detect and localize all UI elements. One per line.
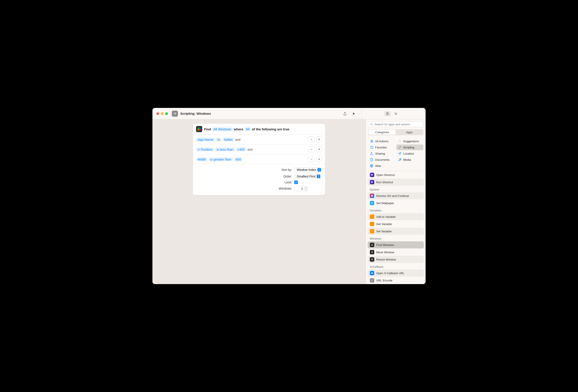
action-set-variable[interactable]: xSet Variable <box>368 228 424 235</box>
action-label: Set Variable <box>376 230 392 233</box>
add-filter-button[interactable]: + <box>316 156 322 162</box>
action-icon <box>370 257 374 262</box>
action-resize-window[interactable]: Resize Window <box>368 256 424 263</box>
category-grid: All ActionsSuggestionsFavoritesScripting… <box>366 137 426 171</box>
action-url-encode[interactable]: URL Encode <box>368 277 424 284</box>
stepper-down[interactable]: ▼ <box>304 189 308 191</box>
search-input[interactable] <box>375 123 421 126</box>
remove-filter-button[interactable]: − <box>309 137 314 142</box>
svg-rect-26 <box>371 258 373 260</box>
category-location[interactable]: Location <box>396 151 424 156</box>
svg-text:x: x <box>371 223 373 225</box>
chevron-updown-icon <box>317 168 321 172</box>
minimize-button[interactable] <box>161 112 163 115</box>
svg-rect-10 <box>370 141 371 141</box>
filter-row: App Name is Safari and − + <box>193 135 325 145</box>
action-icon: x <box>370 222 374 226</box>
category-favorites[interactable]: Favorites <box>368 145 395 150</box>
action-icon <box>370 201 374 205</box>
filter-field-token[interactable]: X Position <box>196 147 214 151</box>
filter-connector: and <box>247 148 252 151</box>
action-label: Set Wallpaper <box>376 201 394 205</box>
run-button[interactable] <box>350 110 357 117</box>
category-documents[interactable]: Documents <box>368 157 395 162</box>
header-suffix: of the following are true <box>252 127 289 131</box>
action-run-shortcut[interactable]: Run Shortcut <box>368 179 424 186</box>
filter-connector: and <box>235 138 240 141</box>
action-find-windows[interactable]: Find Windows <box>368 241 424 248</box>
sort-by-label: Sort by: <box>233 168 292 172</box>
filter-value-token[interactable]: 1400 <box>236 147 246 151</box>
category-suggestions[interactable]: Suggestions <box>396 138 424 144</box>
category-media[interactable]: Media <box>396 157 424 162</box>
search-icon <box>370 123 373 126</box>
action-move-window[interactable]: Move Window <box>368 249 424 256</box>
tab-categories[interactable]: Categories <box>369 130 396 135</box>
add-filter-button[interactable]: + <box>316 147 322 152</box>
filter-operator-token[interactable]: is <box>216 137 221 142</box>
mission-control-icon <box>196 126 202 132</box>
action-label: Open X-Callback URL <box>376 272 404 275</box>
action-icon <box>370 250 374 254</box>
windows-input[interactable] <box>294 186 304 191</box>
close-button[interactable] <box>156 112 159 115</box>
windows-stepper[interactable]: ▲▼ <box>294 186 308 191</box>
search-field[interactable] <box>368 122 423 127</box>
svg-rect-3 <box>197 128 199 129</box>
add-filter-button[interactable]: + <box>316 137 322 142</box>
share-button[interactable] <box>341 110 349 117</box>
action-label: Run Shortcut <box>376 181 393 184</box>
category-sharing[interactable]: Sharing <box>368 151 395 156</box>
action-dismiss-siri-and-continue[interactable]: Dismiss Siri and Continue <box>368 192 424 199</box>
titlebar: Scripting: Windows <box>152 108 426 119</box>
group-header: Windows <box>366 235 426 241</box>
category-all-actions[interactable]: All Actions <box>368 138 395 144</box>
action-icon <box>370 180 374 184</box>
action-open-x-callback-url[interactable]: Open X-Callback URL <box>368 270 424 277</box>
filter-field-token[interactable]: Width <box>196 157 207 161</box>
category-label: Documents <box>375 158 390 161</box>
windows-label: Windows: <box>233 187 292 190</box>
settings-button[interactable] <box>392 111 399 116</box>
sort-by-select[interactable]: Window Index <box>294 167 322 172</box>
group-header: X-Callback <box>366 263 426 269</box>
action-label: URL Encode <box>376 279 392 282</box>
wand-icon <box>398 139 402 143</box>
filter-row: X Position is less than 1400 and − + <box>193 145 325 154</box>
library-button[interactable] <box>384 111 391 116</box>
action-open-shortcut[interactable]: Open Shortcut <box>368 171 424 178</box>
filter-row: Width is greater than 400 − + <box>193 154 325 164</box>
order-select[interactable]: Smallest First <box>294 174 322 179</box>
window-title: Scripting: Windows <box>180 112 211 115</box>
filter-operator-token[interactable]: is less than <box>215 147 235 151</box>
svg-rect-16 <box>371 182 373 183</box>
action-set-wallpaper[interactable]: Set Wallpaper <box>368 199 424 206</box>
svg-rect-13 <box>371 142 373 142</box>
stepper-up[interactable]: ▲ <box>304 186 308 189</box>
action-label: Open Shortcut <box>376 173 395 177</box>
filter-value-token[interactable]: 400 <box>234 157 242 161</box>
limit-checkbox[interactable] <box>294 181 298 184</box>
category-web[interactable]: Web <box>368 163 395 169</box>
category-scripting[interactable]: Scripting <box>396 145 424 150</box>
limit-label: Limit: <box>233 181 292 184</box>
action-add-to-variable[interactable]: xAdd to Variable <box>368 213 424 220</box>
music-icon <box>398 158 402 161</box>
filter-operator-token[interactable]: is greater than <box>209 157 233 161</box>
action-label: Resize Window <box>376 258 396 261</box>
action-options: Sort by: Window Index Order: Smallest Fi… <box>193 164 325 195</box>
traffic-lights <box>156 112 168 115</box>
filter-field-token[interactable]: App Name <box>196 137 215 142</box>
token-all[interactable]: All <box>244 127 251 131</box>
remove-filter-button[interactable]: − <box>309 156 314 162</box>
nav-icon <box>398 152 402 155</box>
action-get-variable[interactable]: xGet Variable <box>368 220 424 228</box>
filter-value-token[interactable]: Safari <box>223 137 234 142</box>
remove-filter-button[interactable]: − <box>309 147 314 152</box>
shortcut-icon <box>172 110 178 117</box>
tab-apps[interactable]: Apps <box>396 130 423 135</box>
token-all-windows[interactable]: All Windows <box>212 127 233 131</box>
chevron-updown-icon <box>317 175 320 178</box>
zoom-button[interactable] <box>165 112 168 115</box>
header-find-word: Find <box>204 127 211 131</box>
